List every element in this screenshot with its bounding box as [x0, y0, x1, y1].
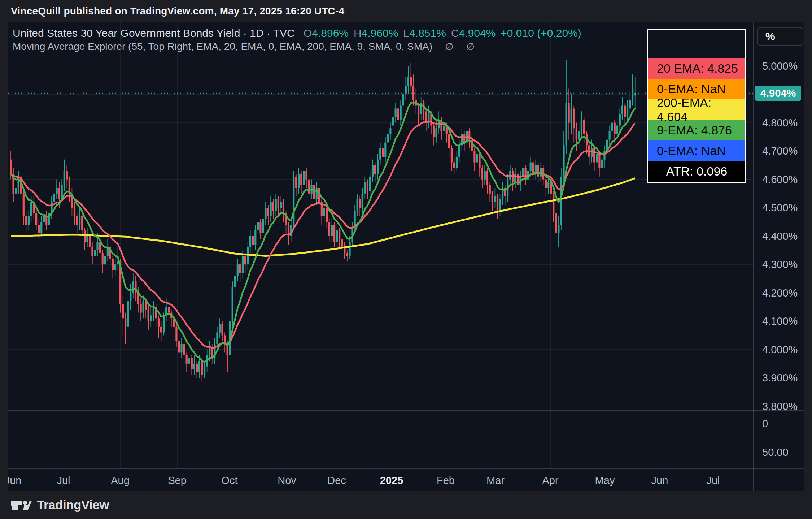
- candle-down: [170, 310, 172, 327]
- candle-up: [316, 182, 318, 205]
- indicator-title-row: Moving Average Explorer (55, Top Right, …: [13, 40, 581, 53]
- candle-down: [140, 298, 142, 321]
- candle-down: [410, 63, 412, 92]
- candle-down: [397, 106, 399, 129]
- grid-lines: [8, 22, 754, 469]
- candle-down: [576, 123, 577, 151]
- candle-down: [525, 165, 527, 185]
- legend-row: 200-EMA: 4.604: [648, 99, 745, 120]
- candle-down: [66, 165, 68, 188]
- nan-value-icon: ∅: [466, 41, 475, 52]
- time-tick-label: Apr: [542, 475, 558, 486]
- candle-up: [535, 160, 537, 180]
- candle-down: [339, 228, 340, 247]
- last-price-badge: 4.904%: [755, 86, 801, 101]
- tradingview-logo-icon[interactable]: [11, 499, 32, 511]
- time-tick-label: Mar: [486, 475, 505, 486]
- candle-down: [359, 196, 361, 216]
- candle-up: [407, 66, 409, 95]
- indicator-name[interactable]: Moving Average Explorer (55, Top Right, …: [13, 41, 432, 52]
- time-scale[interactable]: JunJulAugSepOctNovDec2025FebMarAprMayJun…: [8, 475, 720, 486]
- time-tick-label: Jul: [706, 475, 720, 486]
- time-tick-label: 2025: [380, 475, 403, 486]
- candle-down: [84, 228, 86, 250]
- candle-down: [76, 213, 78, 233]
- candle-down: [326, 205, 328, 228]
- price-scale[interactable]: 5.000%4.800%4.700%4.600%4.500%4.400%4.30…: [762, 60, 798, 458]
- candle-down: [489, 182, 491, 202]
- price-tick-label: 4.600%: [762, 174, 798, 185]
- price-tick-label: 4.700%: [762, 145, 798, 157]
- candle-up: [581, 111, 582, 137]
- ohlc-readout: O4.896%H4.960%L4.851%C4.904%+0.010 (+0.2…: [304, 27, 581, 39]
- candle-down: [183, 341, 185, 364]
- time-tick-label: Feb: [437, 475, 455, 486]
- time-tick-label: Oct: [221, 475, 237, 486]
- candle-down: [300, 171, 302, 194]
- candle-up: [609, 126, 611, 146]
- timeframe-label[interactable]: 1D: [250, 27, 263, 39]
- candle-up: [389, 123, 391, 140]
- price-scale-unit-button[interactable]: %: [757, 27, 803, 46]
- candle-up: [247, 242, 249, 270]
- candle-up: [629, 91, 631, 114]
- candle-up: [280, 196, 282, 213]
- candle-down: [415, 88, 417, 114]
- symbol-name[interactable]: United States 30 Year Government Bonds Y…: [13, 27, 240, 39]
- price-tick-label: 4.200%: [762, 287, 798, 299]
- candle-up: [28, 211, 30, 230]
- candle-down: [418, 103, 419, 126]
- candle-up: [619, 108, 621, 131]
- candle-down: [267, 205, 269, 225]
- candle-up: [558, 216, 559, 247]
- candle-down: [244, 253, 246, 273]
- time-tick-label: Aug: [111, 475, 130, 486]
- tradingview-snapshot: VinceQuill published on TradingView.com,…: [0, 0, 812, 519]
- candle-down: [568, 88, 570, 139]
- candle-up: [107, 239, 109, 262]
- candle-down: [463, 131, 465, 151]
- candle-up: [249, 230, 251, 253]
- price-tick-label: 4.400%: [762, 230, 798, 242]
- candle-up: [392, 111, 394, 131]
- change-value: +0.010 (+0.20%): [501, 27, 581, 39]
- brand-name[interactable]: TradingView: [37, 498, 109, 512]
- candle-down: [283, 199, 284, 222]
- candle-down: [412, 74, 414, 105]
- candle-up: [362, 188, 363, 213]
- candle-up: [257, 216, 259, 236]
- candle-down: [295, 174, 297, 196]
- candle-up: [369, 171, 371, 196]
- candle-up: [357, 194, 358, 216]
- candle-up: [234, 270, 236, 296]
- candle-down: [573, 106, 575, 143]
- candle-down: [69, 177, 70, 202]
- candle-down: [423, 100, 424, 120]
- candle-down: [91, 242, 93, 264]
- close-value: 4.904%: [459, 27, 496, 39]
- candle-up: [132, 273, 134, 299]
- candle-up: [571, 94, 572, 134]
- price-tick-label: 3.900%: [762, 372, 798, 384]
- candle-down: [23, 191, 25, 225]
- candle-up: [395, 103, 397, 123]
- candle-up: [563, 131, 564, 185]
- publish-header: VinceQuill published on TradingView.com,…: [0, 0, 812, 22]
- time-tick-label: Jun: [651, 475, 668, 486]
- chart-panel[interactable]: 5.000%4.800%4.700%4.600%4.500%4.400%4.30…: [8, 22, 804, 491]
- candle-up: [387, 128, 389, 148]
- candle-up: [443, 117, 445, 137]
- candle-up: [484, 165, 486, 185]
- candle-down: [425, 108, 427, 131]
- candle-up: [420, 97, 422, 120]
- candle-up: [456, 151, 458, 171]
- candle-down: [239, 261, 241, 281]
- candle-down: [45, 211, 47, 230]
- candle-down: [112, 256, 114, 279]
- candle-down: [448, 131, 450, 157]
- candle-up: [265, 202, 266, 225]
- candle-down: [278, 196, 279, 216]
- candle-up: [298, 168, 300, 194]
- candle-up: [15, 182, 17, 202]
- subpane-scale-label: 50.00: [762, 446, 789, 458]
